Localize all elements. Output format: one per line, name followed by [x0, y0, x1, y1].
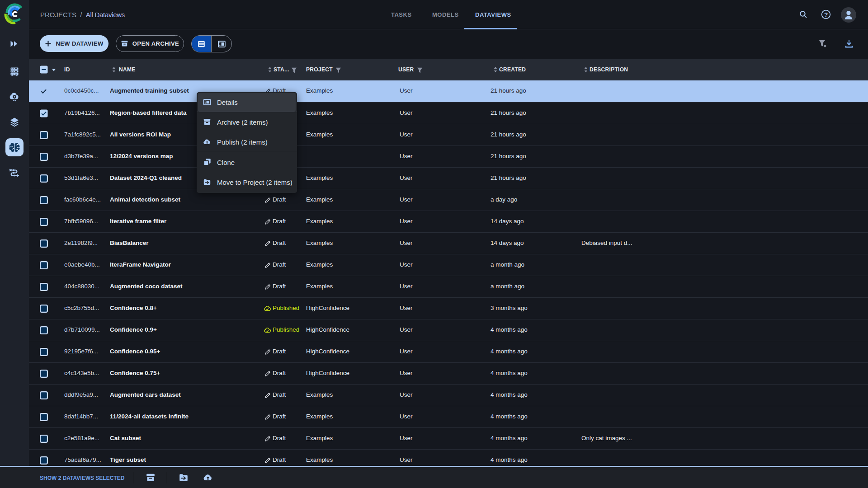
svg-text:?: ?	[824, 11, 828, 18]
